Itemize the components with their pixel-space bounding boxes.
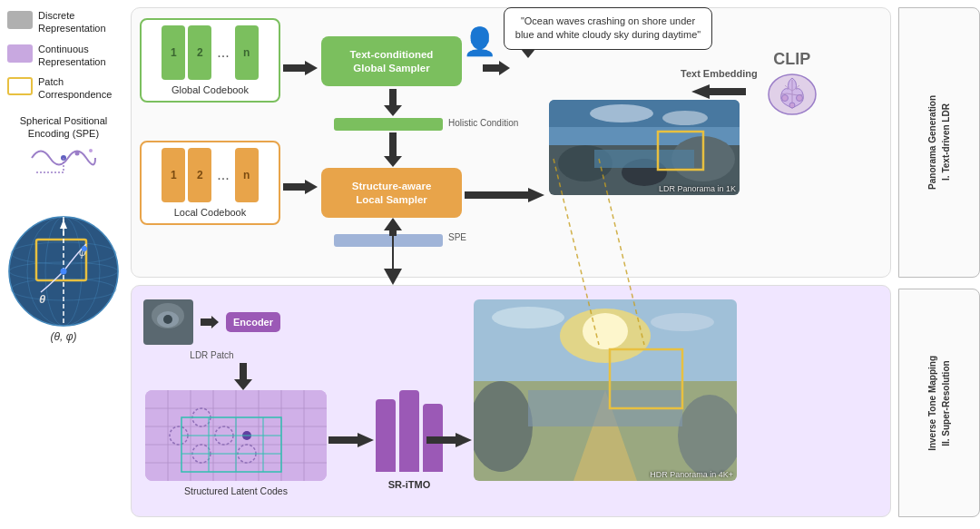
legend-discrete: DiscreteRepresentation [7,9,120,35]
person-icon: 👤 [463,25,496,57]
speech-text: "Ocean waves crashing on shore under blu… [515,15,701,40]
cell-n: n [235,25,259,80]
ldr-patch-encoder-row: Encoder [143,299,280,345]
continuous-box [7,44,33,63]
global-codebook-label: Global Codebook [145,84,275,95]
svg-marker-41 [465,188,544,202]
svg-point-16 [61,269,67,275]
section-II-label: II. Super-ResolutionInverse Tone Mapping [926,356,953,451]
legend-panel: DiscreteRepresentation ContinuousReprese… [0,0,127,529]
discrete-box [7,11,33,29]
section-II-label-box: II. Super-ResolutionInverse Tone Mapping [898,289,980,517]
svg-marker-25 [483,61,510,75]
local-codebook-label: Local Codebook [145,207,275,218]
theta-phi-label: (θ, φ) [51,330,77,343]
svg-marker-26 [691,84,746,99]
local-codebook-box: 1 2 ... n Local Codebook [140,141,280,225]
speech-tail [521,49,535,58]
global-codebook-box: 1 2 ... n Global Codebook [140,18,280,103]
clip-area: CLIP [765,50,819,119]
svg-marker-73 [426,433,472,447]
local-codebook-cells: 1 2 ... n [145,148,275,202]
speech-bubble: "Ocean waves crashing on shore under blu… [504,7,712,50]
svg-point-30 [789,103,795,108]
dots-2: ... [214,167,231,183]
svg-text:θ: θ [39,292,45,306]
global-codebook-cells: 1 2 ... n [145,25,275,80]
structured-latent-label: Structured Latent Codes [145,485,327,496]
patch-label: PatchCorrespondence [38,75,112,102]
arrow-down-2 [384,132,402,171]
spe-wave-icon [27,140,100,176]
patch-box [7,77,33,95]
svg-point-29 [796,95,802,102]
arrow-global-to-sampler [283,59,319,77]
hdr-panorama-svg [474,299,737,481]
svg-point-45 [163,315,172,324]
holistic-condition-label: Holistic Condition [448,118,518,128]
svg-marker-23 [384,132,402,167]
svg-point-2 [89,149,93,152]
spe-condition-label: SPE [448,232,466,242]
svg-marker-87 [384,269,402,285]
local-cell-1: 1 [162,148,185,202]
diagram-container: I. Text-driven LDRPanorama Generation II… [127,0,980,529]
latent-codes-svg [145,390,327,481]
continuous-label: ContinuousRepresentation [38,43,106,69]
svg-point-34 [662,111,708,125]
legend-patch: PatchCorrespondence [7,75,120,102]
svg-point-1 [75,152,80,156]
svg-marker-46 [201,316,219,328]
arrow-local-to-ldr [465,186,546,208]
svg-point-78 [651,313,714,331]
holistic-bar [334,118,443,131]
local-sampler-label: Structure-awareLocal Sampler [352,180,432,207]
sritmo-bar-1 [376,399,396,472]
arrow-latent-to-sritmo [328,431,374,453]
svg-point-28 [781,95,788,102]
section-I-label-box: I. Text-driven LDRPanorama Generation [898,7,980,278]
ldr-patch-visual [143,299,193,345]
hdr-label: HDR Panorama in 4K+ [650,470,733,479]
svg-rect-39 [594,150,694,168]
arrow-local-to-sampler [283,178,319,196]
arrow-sritmo-to-hdr [426,431,472,453]
ldr-patch-label: LDR Patch [190,350,233,360]
svg-point-77 [492,307,564,328]
legend-continuous: ContinuousRepresentation [7,43,120,69]
structured-latent-codes-visual [145,390,327,481]
sritmo-bar-2 [399,390,419,472]
local-cell-2: 2 [188,148,211,202]
dots-1: ... [214,44,231,61]
user-speech-area: 👤 "Ocean waves crashing on shore under b… [463,7,712,57]
cell-1: 1 [162,25,185,80]
local-cell-n: n [235,148,259,202]
arrow-down-1 [384,89,402,116]
cell-2: 2 [188,25,211,80]
globe-icon: φ θ [5,185,122,330]
global-sampler-box: Text-conditionedGlobal Sampler [321,36,462,86]
arrow-down-to-bottom [384,221,402,289]
encoder-box: Encoder [226,312,280,332]
global-codebook-container: 1 2 ... n Global Codebook [140,18,280,103]
svg-point-76 [583,313,628,349]
arrow-encoder-down [234,363,252,394]
ldr-panorama-image: LDR Panorama in 1K [549,100,740,195]
svg-marker-21 [283,180,318,194]
svg-marker-72 [328,433,374,447]
brain-icon [765,69,819,119]
svg-point-33 [590,104,653,122]
ldr-patch-area: Encoder LDR Patch [143,299,280,360]
svg-point-17 [82,246,87,251]
local-sampler-box: Structure-awareLocal Sampler [321,168,462,218]
section-I-label: I. Text-driven LDRPanorama Generation [926,95,953,190]
hdr-panorama-image: HDR Panorama in 4K+ [474,299,737,481]
svg-marker-22 [384,89,402,116]
arrow-embed-to-sampler [691,83,746,101]
spe-label: Spherical PositionalEncoding (SPE) [20,114,108,141]
svg-marker-47 [234,363,252,390]
ldr-label: LDR Panorama in 1K [659,184,736,193]
local-codebook-container: 1 2 ... n Local Codebook [140,141,280,225]
text-embedding-label: Text Embedding [681,68,758,79]
sritmo-label: SR-iTMO [388,479,430,490]
